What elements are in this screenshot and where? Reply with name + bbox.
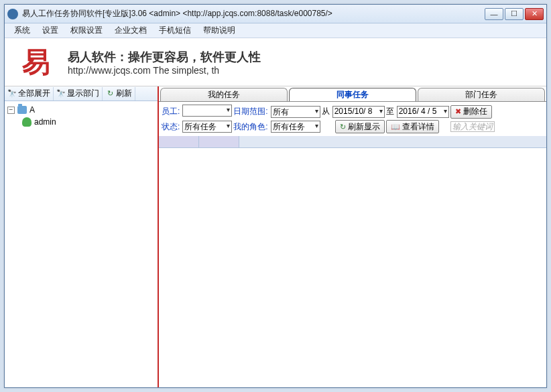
tab-colleague-tasks[interactable]: 同事任务 (289, 88, 416, 101)
tab-my-tasks[interactable]: 我的任务 (160, 88, 288, 101)
binoculars-icon: 🔭 (56, 89, 66, 99)
folder-icon (17, 106, 27, 114)
filter-bar: 员工: 日期范围: 所有 从 2015/10/ 8 至 2016/ 4 / 5 … (159, 101, 546, 136)
org-tree[interactable]: − A admin (5, 101, 158, 387)
menu-permissions[interactable]: 权限设置 (65, 23, 108, 38)
expand-all-label: 全部展开 (18, 88, 50, 99)
grid-col-2[interactable] (199, 136, 239, 147)
menu-sms[interactable]: 手机短信 (154, 23, 196, 38)
left-pane: 🔭 全部展开 🔭 显示部门 ↻ 刷新 − (5, 86, 159, 387)
app-window: 易人工作任务协同软件[专业版]3.06 <admin> <http://app.… (4, 4, 547, 388)
slogan-line2: http://www.jcqs.com The simplest, th (68, 65, 261, 76)
tree-root-label: A (29, 105, 35, 115)
delete-icon: ✖ (455, 107, 461, 116)
content-area: 易 易人软件：操作更容易，软件更人性 http://www.jcqs.com T… (5, 38, 546, 387)
date-range-select[interactable]: 所有 (271, 106, 320, 118)
user-icon (22, 117, 32, 127)
menu-help[interactable]: 帮助说明 (198, 23, 241, 38)
from-label: 从 (322, 105, 331, 119)
menu-system[interactable]: 系统 (9, 23, 36, 38)
status-label: 状态: (162, 120, 181, 133)
menubar: 系统 设置 权限设置 企业文档 手机短信 帮助说明 (5, 23, 546, 38)
minimize-button[interactable]: — (485, 8, 503, 20)
menu-settings[interactable]: 设置 (37, 23, 64, 38)
to-date-input[interactable]: 2016/ 4 / 5 (397, 106, 449, 118)
to-label: 至 (386, 105, 395, 119)
refresh-icon: ↻ (105, 89, 115, 99)
tree-child-row[interactable]: admin (6, 116, 156, 128)
titlebar: 易人工作任务协同软件[专业版]3.06 <admin> <http://app.… (5, 5, 546, 23)
maximize-button[interactable]: ☐ (505, 8, 524, 20)
slogan: 易人软件：操作更容易，软件更人性 http://www.jcqs.com The… (68, 49, 261, 76)
refresh-tree-button[interactable]: ↻ 刷新 (103, 87, 135, 101)
my-role-label: 我的角色: (233, 120, 269, 133)
refresh-tree-label: 刷新 (116, 88, 132, 99)
slogan-line1: 易人软件：操作更容易，软件更人性 (68, 49, 261, 65)
grid-col-1[interactable] (159, 136, 199, 147)
middle-split: 🔭 全部展开 🔭 显示部门 ↻ 刷新 − (5, 86, 546, 387)
right-pane: 我的任务 同事任务 部门任务 员工: 日期范围: 所有 从 2015/10/ 8 (159, 86, 546, 387)
book-icon: 📖 (391, 123, 400, 131)
from-date-input[interactable]: 2015/10/ 8 (332, 106, 385, 118)
expand-all-button[interactable]: 🔭 全部展开 (5, 87, 54, 101)
binoculars-icon: 🔭 (7, 89, 17, 99)
tree-child-label: admin (34, 117, 56, 127)
window-buttons: — ☐ ✕ (485, 8, 544, 20)
tree-root-row[interactable]: − A (6, 104, 156, 116)
refresh-display-button[interactable]: ↻ 刷新显示 (335, 120, 385, 133)
show-dept-label: 显示部门 (67, 88, 99, 99)
view-detail-button[interactable]: 📖 查看详情 (386, 120, 439, 133)
collapse-icon[interactable]: − (7, 107, 15, 114)
date-range-label: 日期范围: (233, 105, 269, 119)
tab-dept-tasks[interactable]: 部门任务 (418, 88, 545, 101)
app-icon (7, 9, 18, 19)
left-toolbar: 🔭 全部展开 🔭 显示部门 ↻ 刷新 (5, 86, 158, 101)
refresh-icon: ↻ (340, 123, 346, 131)
my-role-select[interactable]: 所有任务 (271, 121, 320, 133)
menu-docs[interactable]: 企业文档 (109, 23, 152, 38)
employee-select[interactable] (182, 105, 232, 117)
show-dept-button[interactable]: 🔭 显示部门 (54, 87, 103, 101)
employee-label: 员工: (162, 105, 181, 119)
task-tabs: 我的任务 同事任务 部门任务 (159, 86, 546, 101)
banner: 易 易人软件：操作更容易，软件更人性 http://www.jcqs.com T… (5, 38, 546, 86)
close-button[interactable]: ✕ (525, 8, 544, 20)
logo: 易 (9, 42, 64, 82)
window-title: 易人工作任务协同软件[专业版]3.06 <admin> <http://app.… (22, 8, 485, 19)
grid-header (159, 136, 546, 148)
search-input[interactable]: 输入关键词 (450, 121, 495, 132)
grid-body[interactable] (159, 148, 546, 387)
status-select[interactable]: 所有任务 (182, 121, 232, 133)
delete-task-button[interactable]: ✖ 删除任 (450, 105, 492, 119)
